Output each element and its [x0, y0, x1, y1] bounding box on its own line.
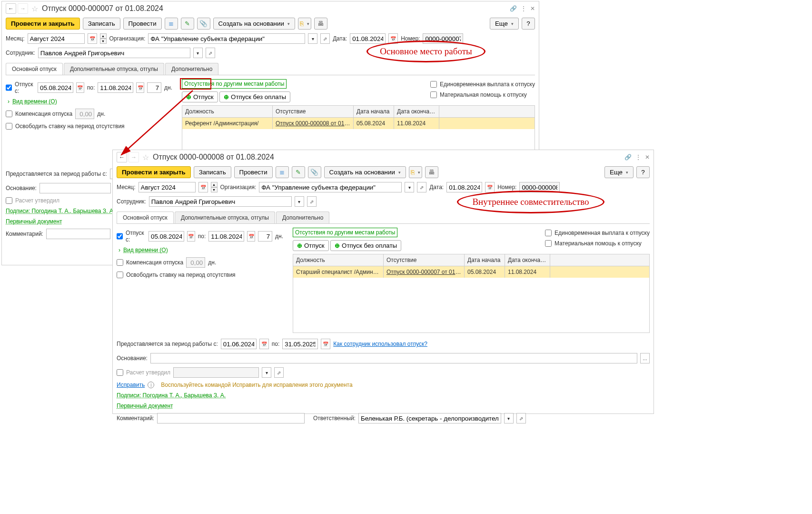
report-button[interactable]: ≣	[165, 18, 178, 30]
org-input[interactable]	[148, 33, 305, 44]
absence-link[interactable]: Отпуск 0000-000007 от 01.08....	[384, 266, 465, 278]
sign-link[interactable]: Подписи: Погодина Т. А., Барышева З. А.	[117, 392, 226, 399]
days-input[interactable]	[258, 231, 272, 242]
spin-down[interactable]: ▼	[100, 39, 107, 44]
close-icon[interactable]: ✕	[530, 5, 535, 12]
calendar-icon[interactable]: 📅	[136, 82, 144, 93]
tab-extra[interactable]: Дополнительно	[276, 212, 329, 223]
copy-button[interactable]: ⎘	[298, 18, 311, 30]
spin-up[interactable]: ▲	[100, 33, 107, 39]
open-icon[interactable]: ⬀	[206, 48, 215, 58]
nav-forward-button[interactable]: →	[18, 3, 28, 14]
vid-link[interactable]: Вид времени (О)	[123, 247, 168, 253]
osvob-checkbox[interactable]	[6, 123, 12, 130]
edit-button[interactable]: ✎	[292, 166, 305, 178]
how-used-link[interactable]: Как сотрудник использовал отпуск?	[333, 341, 427, 347]
tab-main[interactable]: Основной отпуск	[117, 212, 174, 223]
calendar-icon[interactable]: 📅	[247, 231, 255, 242]
spin-down[interactable]: ▼	[211, 187, 218, 192]
month-input[interactable]	[139, 182, 196, 192]
post-button[interactable]: Провести	[123, 18, 162, 30]
dropdown-icon[interactable]: ▾	[405, 182, 414, 192]
more-button[interactable]: Еще	[490, 18, 519, 30]
open-icon[interactable]: ⬀	[417, 182, 426, 192]
open-icon[interactable]: ⬀	[307, 196, 317, 207]
add-bez-button[interactable]: ⊕Отпуск без оплаты	[219, 91, 290, 102]
help-button[interactable]: ?	[522, 18, 535, 30]
edin-checkbox[interactable]	[545, 230, 552, 236]
calendar-icon[interactable]: 📅	[187, 231, 195, 242]
calendar-icon[interactable]: 📅	[76, 82, 84, 93]
fix-link[interactable]: Исправить	[117, 382, 145, 388]
date-input[interactable]	[446, 182, 482, 192]
edin-checkbox[interactable]	[430, 81, 437, 88]
dropdown-icon[interactable]: ▾	[193, 48, 203, 58]
from-input[interactable]	[149, 231, 184, 242]
resp-input[interactable]	[358, 413, 501, 423]
tab-main[interactable]: Основной отпуск	[6, 63, 63, 75]
create-based-button[interactable]: Создать на основании	[213, 18, 295, 30]
nav-back-button[interactable]: ←	[117, 152, 127, 162]
comp-checkbox[interactable]	[117, 259, 123, 266]
calendar-icon[interactable]: 📅	[321, 339, 330, 349]
nav-forward-button[interactable]: →	[129, 152, 139, 162]
star-icon[interactable]: ☆	[31, 4, 38, 13]
attach-button[interactable]: 📎	[197, 18, 210, 30]
period-to-input[interactable]	[282, 339, 318, 349]
tab-extra[interactable]: Дополнительно	[165, 63, 218, 75]
prim-link[interactable]: Первичный документ	[6, 218, 62, 225]
osvob-checkbox[interactable]	[117, 272, 123, 278]
print-button[interactable]: 🖶	[314, 18, 327, 30]
more-button[interactable]: Еще	[604, 166, 634, 178]
nav-back-button[interactable]: ←	[6, 3, 16, 14]
date-input[interactable]	[350, 33, 386, 44]
attach-button[interactable]: 📎	[308, 166, 321, 178]
post-button[interactable]: Провести	[234, 166, 273, 178]
kebab-icon[interactable]: ⋮	[635, 154, 641, 161]
osn-input[interactable]	[150, 353, 637, 363]
calendar-icon[interactable]: 📅	[259, 339, 269, 349]
comment-input[interactable]	[157, 413, 305, 423]
vid-link[interactable]: Вид времени (О)	[12, 98, 57, 105]
to-input[interactable]	[208, 231, 244, 242]
days-input[interactable]	[147, 82, 161, 93]
calendar-icon[interactable]: 📅	[198, 182, 208, 192]
from-input[interactable]	[38, 82, 73, 93]
dropdown-icon[interactable]: ▾	[504, 413, 514, 423]
table-row[interactable]: Старший специалист /Администра... Отпуск…	[293, 266, 649, 278]
print-button[interactable]: 🖶	[425, 166, 438, 178]
calendar-icon[interactable]: 📅	[485, 182, 495, 192]
kebab-icon[interactable]: ⋮	[521, 5, 526, 12]
edit-button[interactable]: ✎	[181, 18, 194, 30]
period-from-input[interactable]	[221, 339, 257, 349]
ras-checkbox[interactable]	[117, 369, 123, 376]
add-bez-button[interactable]: ⊕Отпуск без оплаты	[330, 240, 401, 251]
otpusk-checkbox[interactable]	[117, 233, 123, 240]
dropdown-icon[interactable]: ▾	[308, 33, 317, 44]
emp-input[interactable]	[38, 48, 190, 58]
save-button[interactable]: Записать	[194, 166, 231, 178]
emp-input[interactable]	[149, 196, 292, 207]
prim-link[interactable]: Первичный документ	[117, 403, 173, 409]
to-input[interactable]	[98, 82, 133, 93]
dropdown-icon[interactable]: ▾	[295, 196, 304, 207]
tab-additional[interactable]: Дополнительные отпуска, отгулы	[175, 212, 275, 223]
sign-link[interactable]: Подписи: Погодина Т. А., Барышева З. А.	[6, 208, 115, 214]
star-icon[interactable]: ☆	[142, 153, 149, 162]
org-input[interactable]	[259, 182, 402, 192]
mat-checkbox[interactable]	[545, 240, 552, 247]
open-icon[interactable]: ⬀	[274, 367, 284, 378]
comp-checkbox[interactable]	[6, 111, 12, 117]
ellipsis-button[interactable]: …	[640, 353, 650, 363]
post-close-button[interactable]: Провести и закрыть	[117, 166, 191, 178]
absence-link[interactable]: Отпуск 0000-000008 от 01.08....	[273, 118, 354, 129]
ras-checkbox[interactable]	[6, 197, 12, 204]
post-close-button[interactable]: Провести и закрыть	[6, 18, 80, 30]
help-button[interactable]: ?	[636, 166, 650, 178]
mat-checkbox[interactable]	[430, 91, 437, 98]
add-otpusk-button[interactable]: ⊕Отпуск	[293, 240, 329, 251]
month-input[interactable]	[28, 33, 85, 44]
link-icon[interactable]: 🔗	[624, 154, 632, 161]
otpusk-checkbox[interactable]	[6, 84, 12, 91]
open-icon[interactable]: ⬀	[516, 413, 526, 423]
